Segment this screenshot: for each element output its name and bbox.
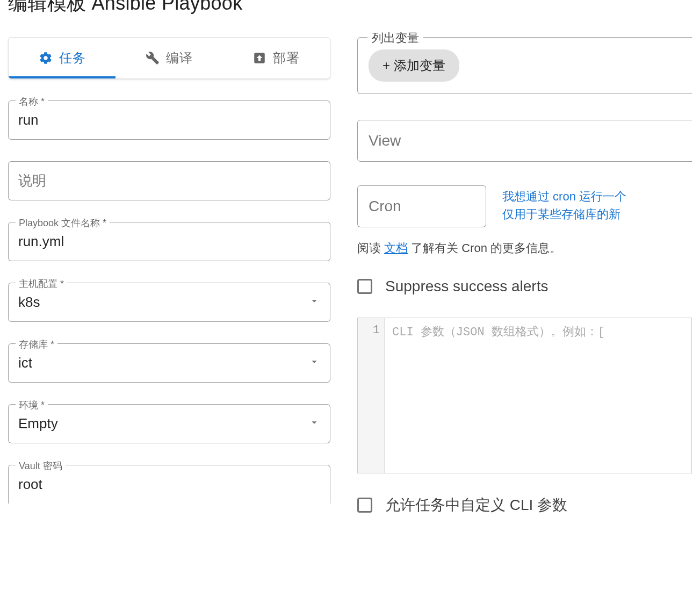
cron-field[interactable]: Cron <box>357 185 486 227</box>
cron-help-text: 我想通过 cron 运行一个 仅用于某些存储库的新 <box>502 185 626 223</box>
tab-build[interactable]: 编译 <box>116 38 222 78</box>
suppress-alerts-checkbox[interactable] <box>357 279 372 294</box>
tab-deploy[interactable]: 部署 <box>223 38 330 78</box>
chevron-down-icon <box>308 415 320 432</box>
chevron-down-icon <box>308 294 320 311</box>
editor-content[interactable]: CLI 参数（JSON 数组格式）。例如：[ <box>385 318 691 473</box>
vault-value: root <box>18 476 42 493</box>
gear-icon <box>39 51 53 65</box>
name-field-label: 名称 * <box>16 95 48 108</box>
name-field[interactable] <box>8 100 330 140</box>
view-placeholder: View <box>369 132 401 149</box>
repository-value: ict <box>18 355 32 371</box>
cron-placeholder: Cron <box>369 198 401 214</box>
view-select[interactable]: View <box>357 120 692 162</box>
cron-doc-line: 阅读 文档 了解有关 Cron 的更多信息。 <box>357 240 692 256</box>
description-field[interactable] <box>8 161 330 200</box>
inventory-field-label: 主机配置 * <box>16 277 67 290</box>
upload-icon <box>252 51 266 65</box>
tab-bar: 任务 编译 部署 <box>8 37 330 79</box>
environment-value: Empty <box>18 415 58 432</box>
wrench-icon <box>146 51 160 65</box>
cli-args-editor[interactable]: 1 CLI 参数（JSON 数组格式）。例如：[ <box>357 318 692 473</box>
tab-task[interactable]: 任务 <box>9 38 116 78</box>
add-variable-button[interactable]: + 添加变量 <box>369 49 459 82</box>
variables-legend: 列出变量 <box>367 30 423 46</box>
repository-field-label: 存储库 * <box>16 338 57 351</box>
page-title: 编辑模板 Ansible Playbook <box>8 0 692 17</box>
tab-build-label: 编译 <box>166 49 193 67</box>
inventory-value: k8s <box>18 294 40 311</box>
doc-link[interactable]: 文档 <box>384 241 408 255</box>
variables-fieldset: 列出变量 + 添加变量 <box>357 37 692 94</box>
allow-cli-override-checkbox[interactable] <box>357 498 372 513</box>
vault-field-label: Vault 密码 <box>16 459 66 472</box>
tab-deploy-label: 部署 <box>273 49 300 67</box>
allow-cli-override-label: 允许任务中自定义 CLI 参数 <box>385 495 567 515</box>
suppress-alerts-label: Suppress success alerts <box>385 278 548 295</box>
tab-task-label: 任务 <box>59 49 86 67</box>
playbook-field-label: Playbook 文件名称 * <box>16 217 110 229</box>
editor-gutter: 1 <box>358 318 385 473</box>
chevron-down-icon <box>308 355 320 371</box>
environment-field-label: 环境 * <box>16 399 48 412</box>
environment-select[interactable]: Empty <box>8 404 330 443</box>
